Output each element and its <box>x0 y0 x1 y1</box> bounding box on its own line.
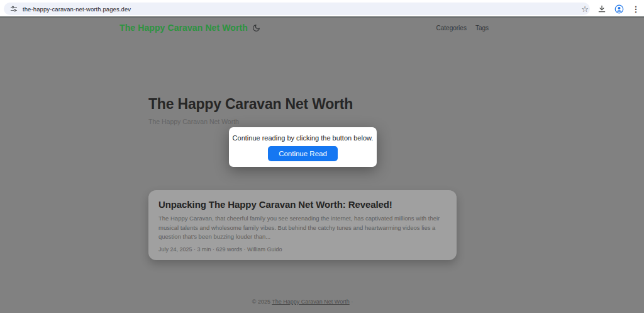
profile-icon[interactable] <box>613 3 625 14</box>
modal-message: Continue reading by clicking the button … <box>233 134 374 142</box>
site-header: The Happy Caravan Net Worth Categories T… <box>0 19 644 40</box>
footer: © 2025 The Happy Caravan Net Worth · <box>148 299 457 305</box>
nav-categories[interactable]: Categories <box>436 25 467 31</box>
site-controls-icon[interactable] <box>10 5 18 13</box>
article-excerpt: The Happy Caravan, that cheerful family … <box>158 214 447 242</box>
download-icon[interactable] <box>596 3 608 14</box>
bookmark-star-icon[interactable]: ☆ <box>579 3 591 14</box>
continue-read-button[interactable]: Continue Read <box>268 146 338 161</box>
page-title: The Happy Caravan Net Worth <box>148 96 353 113</box>
url-bar[interactable]: the-happy-caravan-net-worth.pages.dev <box>4 3 590 15</box>
browser-actions: ☆ ⋮ <box>579 0 643 18</box>
footer-site-link[interactable]: The Happy Caravan Net Worth <box>272 299 349 305</box>
footer-suffix: · <box>351 299 353 305</box>
dark-mode-moon-icon[interactable] <box>252 24 260 32</box>
browser-toolbar: the-happy-caravan-net-worth.pages.dev ☆ … <box>0 0 644 18</box>
url-text: the-happy-caravan-net-worth.pages.dev <box>23 6 131 13</box>
site-title-link[interactable]: The Happy Caravan Net Worth <box>119 23 260 33</box>
article-meta: July 24, 2025 · 3 min · 629 words · Will… <box>158 246 447 253</box>
browser-menu-icon[interactable]: ⋮ <box>630 3 641 14</box>
continue-reading-modal: Continue reading by clicking the button … <box>229 127 377 167</box>
nav-tags[interactable]: Tags <box>475 25 489 31</box>
top-nav: Categories Tags <box>436 25 489 31</box>
footer-copyright: © 2025 <box>252 299 270 305</box>
site-title: The Happy Caravan Net Worth <box>119 23 248 33</box>
page-subtitle: The Happy Caravan Net Worth <box>148 118 239 125</box>
article-title: Unpacking The Happy Caravan Net Worth: R… <box>158 199 447 210</box>
article-card[interactable]: Unpacking The Happy Caravan Net Worth: R… <box>148 190 457 260</box>
